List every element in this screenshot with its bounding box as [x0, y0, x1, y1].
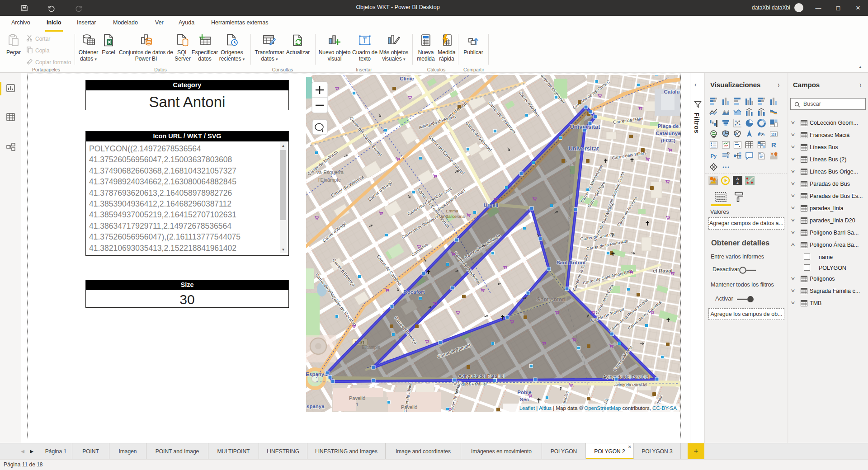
svg-text:1: 1 — [356, 402, 359, 407]
svg-text:Sec: Sec — [520, 397, 529, 402]
svg-text:Poble: Poble — [517, 390, 531, 395]
svg-text:Urgell: Urgell — [484, 202, 499, 208]
svg-text:va-Esquerra: va-Esquerra — [316, 169, 344, 175]
svg-text:Universitat: Universitat — [568, 145, 599, 152]
svg-text:Avinguda Paral·lel: Avinguda Paral·lel — [614, 383, 647, 387]
svg-text:Rocafort: Rocafort — [403, 289, 425, 295]
svg-text:Catalu: Catalu — [664, 89, 679, 94]
svg-text:Catalunya: Catalunya — [656, 131, 680, 136]
svg-text:Emma: Emma — [446, 208, 458, 213]
svg-text:123: 123 — [771, 133, 777, 136]
svg-text:de Barcelona: de Barcelona — [439, 214, 465, 219]
svg-text:Z: Z — [736, 181, 739, 185]
svg-text:Espanya: Espanya — [306, 371, 327, 377]
svg-text:Clínic: Clínic — [400, 76, 414, 81]
svg-text:Leaflet | Altius | Map data ©: Leaflet | Altius | Map data © OpenStreet… — [519, 405, 677, 411]
svg-text:Avinguda del Paral·lel: Avinguda del Paral·lel — [458, 373, 505, 379]
svg-text:Pavelló: Pavelló — [401, 404, 417, 410]
svg-text:R: R — [771, 141, 776, 149]
svg-text:Avinguda del Paral·lel: Avinguda del Paral·lel — [603, 374, 649, 380]
svg-text:Sant Antoni: Sant Antoni — [557, 260, 585, 265]
svg-text:A: A — [736, 177, 739, 181]
svg-text:Espanya: Espanya — [306, 404, 325, 409]
svg-text:Plaça de: Plaça de — [658, 123, 679, 129]
svg-text:(FGC): (FGC) — [661, 138, 675, 143]
svg-text:Sant Antoni: Sant Antoni — [537, 296, 567, 303]
svg-text:l'Eixample: l'Eixample — [318, 177, 341, 183]
svg-text:Pavelló: Pavelló — [349, 395, 365, 401]
svg-text:el Raval: el Raval — [653, 268, 672, 273]
svg-text:Eixample: Eixample — [362, 345, 381, 350]
svg-text:Py: Py — [711, 153, 717, 159]
